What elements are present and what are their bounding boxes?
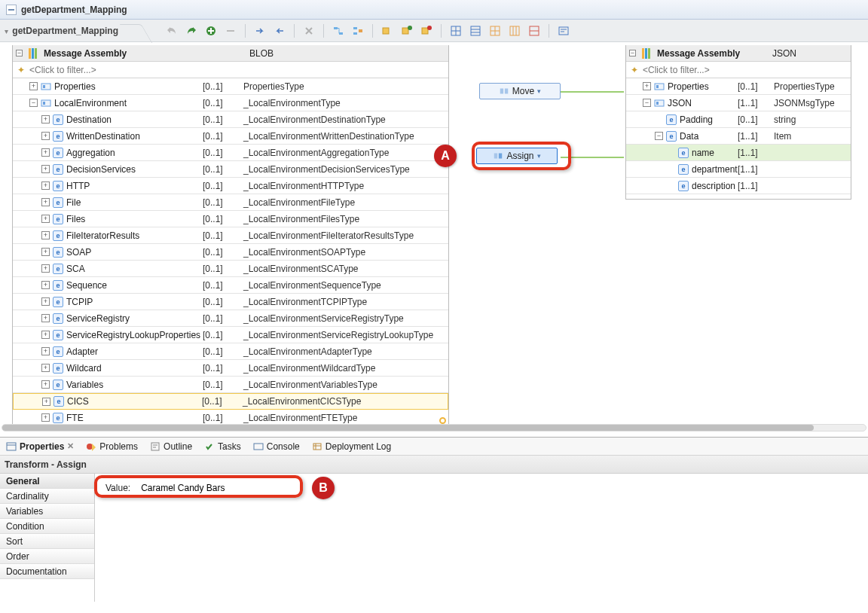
expander-icon[interactable]: − xyxy=(655,132,663,140)
map-target-button[interactable] xyxy=(273,24,286,38)
expander-icon[interactable]: − xyxy=(643,99,651,107)
row-cardinality: [1..1] xyxy=(738,131,768,142)
horizontal-scrollbar[interactable] xyxy=(2,424,866,435)
close-icon[interactable]: ✕ xyxy=(67,441,74,451)
tree-row[interactable]: +eServiceRegistry [0..1] _LocalEnvironme… xyxy=(13,310,448,327)
row-cardinality: [0..1] xyxy=(203,197,237,208)
move-transform[interactable]: Move ▾ xyxy=(479,83,561,99)
tree-row[interactable]: −JSON [1..1] JSONMsgType xyxy=(626,95,851,111)
tree-row[interactable]: −LocalEnvironment [0..1] _LocalEnvironme… xyxy=(13,95,448,111)
view-tab-console[interactable]: Console xyxy=(252,439,301,454)
expander-icon[interactable]: + xyxy=(41,347,50,355)
expander-icon[interactable]: + xyxy=(41,115,50,124)
expander-icon[interactable]: + xyxy=(41,331,50,339)
tree-row[interactable]: +eFileIteratorResults [0..1] _LocalEnvir… xyxy=(13,227,448,244)
tree-row[interactable]: +Properties [0..1] PropertiesType xyxy=(13,78,448,95)
tree-row[interactable]: +Properties [0..1] PropertiesType xyxy=(626,78,851,95)
auto-map-exact-button[interactable] xyxy=(351,24,365,38)
tree-row[interactable]: +eWrittenDestination [0..1] _LocalEnviro… xyxy=(13,128,448,145)
view-tab-deployment-log[interactable]: Deployment Log xyxy=(310,439,393,454)
tree-row[interactable]: ename [1..1] xyxy=(626,145,851,161)
expander-icon[interactable]: + xyxy=(41,165,50,173)
tree-row[interactable]: +eTCPIP [0..1] _LocalEnvironmentTCPIPTyp… xyxy=(13,294,448,310)
remove-cast-button[interactable] xyxy=(420,24,433,38)
target-filter-row[interactable]: ✦ <Click to filter...> xyxy=(626,62,851,78)
grid-2-button[interactable] xyxy=(469,24,482,38)
tree-row[interactable]: +eDestination [0..1] _LocalEnvironmentDe… xyxy=(13,111,448,128)
collapse-icon[interactable]: − xyxy=(16,50,23,56)
breadcrumb[interactable]: ▾ getDepartment_Mapping xyxy=(5,26,147,36)
tree-row[interactable]: +eDecisionServices [0..1] _LocalEnvironm… xyxy=(13,161,448,178)
tree-row[interactable]: +eSOAP [0..1] _LocalEnvironmentSOAPType xyxy=(13,244,448,261)
tree-row[interactable]: +eAdapter [0..1] _LocalEnvironmentAdapte… xyxy=(13,343,448,360)
props-side-order[interactable]: Order xyxy=(0,549,94,564)
tree-row[interactable]: +eSCA [0..1] _LocalEnvironmentSCAType xyxy=(13,261,448,277)
map-source-button[interactable] xyxy=(253,24,267,38)
expander-icon[interactable]: + xyxy=(41,413,50,422)
props-side-sort[interactable]: Sort xyxy=(0,534,94,549)
view-tab-tasks[interactable]: Tasks xyxy=(203,439,243,454)
tree-row[interactable]: +eAggregation [0..1] _LocalEnvironmentAg… xyxy=(13,145,448,161)
tree-row[interactable]: edescription [1..1] xyxy=(626,178,851,194)
options-button[interactable] xyxy=(557,24,570,38)
expander-icon[interactable]: + xyxy=(41,297,50,306)
auto-map-button[interactable] xyxy=(332,24,345,38)
expander-icon[interactable]: + xyxy=(41,281,50,289)
delete-button[interactable] xyxy=(302,24,316,38)
props-side-general[interactable]: General xyxy=(0,474,94,489)
tree-row[interactable]: +eSequence [0..1] _LocalEnvironmentSeque… xyxy=(13,277,448,294)
grid-3-button[interactable] xyxy=(488,24,502,38)
view-tab-problems[interactable]: Problems xyxy=(84,439,139,454)
expander-icon[interactable]: + xyxy=(41,231,50,239)
element-icon: e xyxy=(53,297,63,307)
tab-label: Console xyxy=(267,441,300,452)
add-cast-button[interactable] xyxy=(400,24,414,38)
delete-transform-button[interactable] xyxy=(224,24,237,38)
grid-5-button[interactable] xyxy=(527,24,541,38)
tree-row[interactable]: +eServiceRegistryLookupProperties [0..1]… xyxy=(13,327,448,343)
row-name: LocalEnvironment xyxy=(54,98,127,108)
expander-icon[interactable]: + xyxy=(643,82,651,90)
undo-button[interactable] xyxy=(165,24,179,38)
props-side-variables[interactable]: Variables xyxy=(0,504,94,519)
props-side-cardinality[interactable]: Cardinality xyxy=(0,489,94,504)
expander-icon[interactable]: + xyxy=(41,264,50,273)
tab-label: Outline xyxy=(164,441,192,452)
expander-icon[interactable]: + xyxy=(41,364,50,372)
dropdown-icon[interactable]: ▾ xyxy=(537,87,541,95)
tree-row[interactable]: +eWildcard [0..1] _LocalEnvironmentWildc… xyxy=(13,360,448,377)
props-side-condition[interactable]: Condition xyxy=(0,519,94,534)
redo-button[interactable] xyxy=(185,24,198,38)
expander-icon[interactable]: + xyxy=(41,380,50,389)
tree-row[interactable]: +eCICS [0..1] _LocalEnvironmentCICSType xyxy=(13,393,448,410)
breadcrumb-label: getDepartment_Mapping xyxy=(12,26,118,36)
tree-row[interactable]: +eFiles [0..1] _LocalEnvironmentFilesTyp… xyxy=(13,211,448,227)
view-tab-outline[interactable]: Outline xyxy=(148,439,194,454)
tree-row[interactable]: −eData [1..1] Item xyxy=(626,128,851,145)
add-transform-button[interactable] xyxy=(204,24,218,38)
source-filter-row[interactable]: ✦ <Click to filter...> xyxy=(13,62,448,78)
toolbar-separator xyxy=(441,24,442,38)
expander-icon[interactable]: − xyxy=(29,99,38,107)
expander-icon[interactable]: + xyxy=(41,132,50,140)
expander-icon[interactable]: + xyxy=(41,181,50,190)
tree-row[interactable]: +eHTTP [0..1] _LocalEnvironmentHTTPType xyxy=(13,178,448,194)
expander-icon[interactable]: + xyxy=(41,148,50,157)
expander-icon[interactable]: + xyxy=(42,398,50,406)
grid-1-button[interactable] xyxy=(449,24,463,38)
view-tab-properties[interactable]: Properties✕ xyxy=(5,439,75,454)
expander-icon[interactable]: + xyxy=(41,198,50,206)
tree-row[interactable]: +eVariables [0..1] _LocalEnvironmentVari… xyxy=(13,377,448,393)
props-side-documentation[interactable]: Documentation xyxy=(0,564,94,579)
expander-icon[interactable]: + xyxy=(41,314,50,322)
expander-icon[interactable]: + xyxy=(41,248,50,256)
row-cardinality: [1..1] xyxy=(738,148,768,158)
grid-4-button[interactable] xyxy=(508,24,521,38)
tree-row[interactable]: ePadding [0..1] string xyxy=(626,111,851,128)
tree-row[interactable]: edepartment [1..1] xyxy=(626,161,851,178)
add-user-defined-button[interactable] xyxy=(381,24,394,38)
expander-icon[interactable]: + xyxy=(29,82,38,90)
expander-icon[interactable]: + xyxy=(41,215,50,223)
tree-row[interactable]: +eFile [0..1] _LocalEnvironmentFileType xyxy=(13,194,448,211)
collapse-icon[interactable]: − xyxy=(629,50,636,56)
